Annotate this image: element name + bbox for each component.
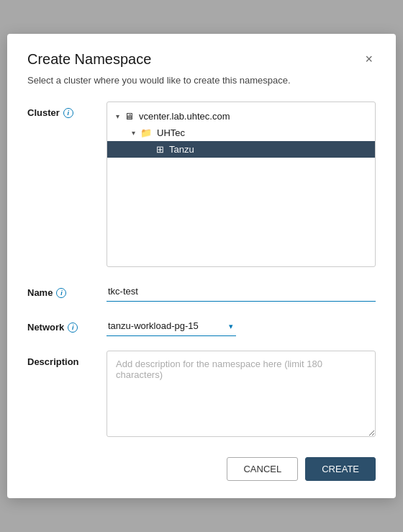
cluster-icon: ⊞ (156, 144, 164, 155)
network-label: Network i (27, 316, 107, 333)
modal-title: Create Namespace (27, 51, 151, 68)
tree-item-tanzu[interactable]: ⊞ Tanzu (107, 141, 375, 158)
name-row: Name i (27, 281, 376, 302)
modal-subtitle: Select a cluster where you would like to… (27, 75, 376, 86)
description-row: Description (27, 351, 376, 440)
chevron-icon: ▾ (129, 129, 137, 137)
network-select-wrapper: tanzu-workload-pg-15tanzu-workload-pg-16… (107, 316, 236, 336)
network-select[interactable]: tanzu-workload-pg-15tanzu-workload-pg-16 (107, 316, 236, 336)
modal-header: Create Namespace × (27, 51, 376, 68)
description-textarea[interactable] (107, 351, 376, 437)
tree-item-uhtec[interactable]: ▾ 📁 UHTec (107, 125, 375, 141)
cluster-tree-container: ▾ 🖥 vcenter.lab.uhtec.com ▾ 📁 UHTec ⊞ (107, 102, 376, 267)
cluster-label: Cluster i (27, 102, 107, 118)
description-label: Description (27, 351, 107, 367)
cluster-tree[interactable]: ▾ 🖥 vcenter.lab.uhtec.com ▾ 📁 UHTec ⊞ (107, 102, 376, 267)
network-info-icon[interactable]: i (68, 323, 78, 333)
folder-icon: 📁 (140, 127, 152, 138)
modal-overlay: Create Namespace × Select a cluster wher… (0, 0, 403, 532)
vcenter-icon: 🖥 (124, 111, 134, 122)
create-namespace-modal: Create Namespace × Select a cluster wher… (7, 34, 396, 498)
modal-footer: CANCEL CREATE (27, 457, 376, 481)
network-row: Network i tanzu-workload-pg-15tanzu-work… (27, 316, 376, 336)
name-label: Name i (27, 281, 107, 298)
close-button[interactable]: × (362, 51, 376, 67)
create-button[interactable]: CREATE (305, 457, 376, 481)
name-input[interactable] (107, 281, 376, 302)
cluster-row: Cluster i ▾ 🖥 vcenter.lab.uhtec.com ▾ 📁 (27, 102, 376, 267)
description-control (107, 351, 376, 440)
cancel-button[interactable]: CANCEL (227, 457, 298, 481)
chevron-icon: ▾ (113, 112, 122, 120)
name-control (107, 281, 376, 302)
tree-item-vcenter[interactable]: ▾ 🖥 vcenter.lab.uhtec.com (107, 108, 375, 125)
cluster-info-icon[interactable]: i (63, 108, 73, 118)
network-control: tanzu-workload-pg-15tanzu-workload-pg-16… (107, 316, 376, 336)
name-info-icon[interactable]: i (56, 288, 66, 298)
